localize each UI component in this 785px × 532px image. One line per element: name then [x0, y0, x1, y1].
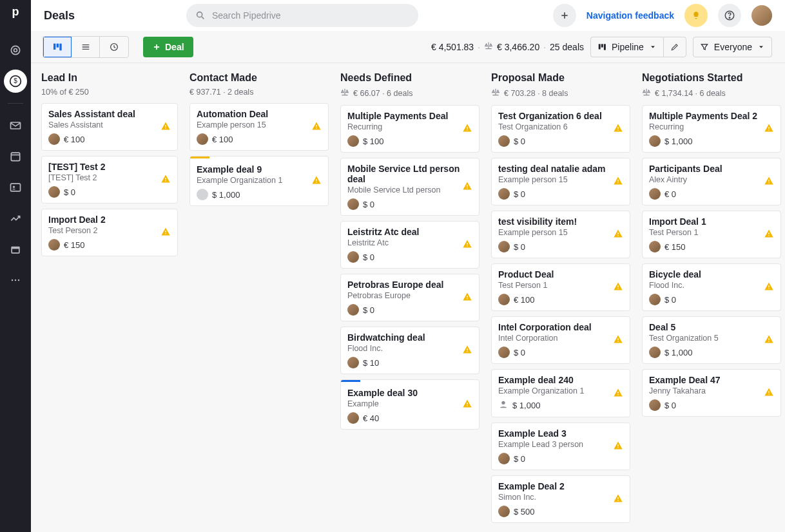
- owner-avatar: [347, 412, 359, 424]
- deal-card[interactable]: Birdwatching dealFlood Inc.$ 10: [340, 327, 480, 374]
- deal-card[interactable]: Multiple Payments DealRecurring$ 100: [340, 105, 480, 153]
- academy-button[interactable]: [684, 4, 708, 27]
- user-avatar[interactable]: [751, 5, 772, 26]
- owner-avatar: [498, 453, 510, 464]
- search-icon: [195, 10, 206, 23]
- add-deal-button[interactable]: Deal: [143, 37, 193, 57]
- deal-card[interactable]: Example Lead 3Example Lead 3 person$ 0: [491, 423, 630, 470]
- warning-icon: [613, 229, 623, 241]
- deal-card[interactable]: Test Organization 6 dealTest Organizatio…: [491, 105, 630, 153]
- owner-avatar: [498, 294, 510, 305]
- warning-icon: [613, 493, 623, 506]
- logo[interactable]: p: [8, 4, 23, 19]
- card-subtitle: Flood Inc.: [347, 344, 472, 353]
- deal-card[interactable]: Sales Assistant dealSales Assistant€ 100: [41, 103, 178, 151]
- pipeline-selector[interactable]: Pipeline: [590, 37, 663, 57]
- deal-card[interactable]: Import Deal 2Test Person 2€ 150: [41, 209, 178, 256]
- column-title: Proposal Made: [491, 72, 630, 84]
- navigation-feedback-link[interactable]: Navigation feedback: [586, 10, 674, 21]
- deal-card[interactable]: testing deal natalie adamExample person …: [491, 158, 630, 205]
- deal-card[interactable]: Product DealTest Person 1€ 100: [491, 263, 630, 311]
- deal-card[interactable]: Example deal 240Example Organization 1$ …: [491, 369, 630, 417]
- svg-line-15: [202, 17, 204, 19]
- view-kanban-button[interactable]: [43, 37, 72, 57]
- card-title: Multiple Payments Deal: [347, 111, 472, 121]
- card-footer: $ 100: [347, 135, 472, 147]
- nav-insights-icon[interactable]: [4, 207, 27, 230]
- svg-point-8: [13, 186, 15, 188]
- card-amount: $ 1,000: [664, 348, 692, 357]
- view-list-button[interactable]: [72, 37, 100, 57]
- card-subtitle: Alex Aintry: [649, 175, 774, 184]
- svg-point-14: [197, 12, 202, 17]
- deal-card[interactable]: Import Deal 1Test Person 1€ 150: [642, 211, 781, 258]
- deal-card[interactable]: Mobile Service Ltd person dealMobile Ser…: [340, 158, 480, 216]
- nav-contacts-icon[interactable]: [4, 176, 27, 199]
- deal-card[interactable]: Example deal 30Example€ 40: [340, 379, 480, 430]
- card-footer: $ 1,000: [649, 135, 774, 147]
- deal-card[interactable]: Leistritz Atc dealLeistritz Atc$ 0: [340, 221, 480, 269]
- card-title: Test Organization 6 deal: [498, 111, 623, 121]
- owner-avatar: [498, 241, 510, 252]
- nav-products-icon[interactable]: [4, 238, 27, 261]
- owner-avatar: [48, 239, 60, 251]
- owner-avatar: [649, 347, 661, 358]
- card-subtitle: Recurring: [347, 122, 472, 131]
- deal-card[interactable]: Example Deal 47Jenny Takahara$ 0: [642, 369, 781, 417]
- card-title: test visibility item!: [498, 216, 623, 227]
- deal-card[interactable]: Bicycle dealFlood Inc.$ 0: [642, 263, 781, 311]
- card-amount: $ 0: [514, 189, 525, 199]
- warning-icon: [462, 181, 472, 193]
- owner-avatar: [498, 135, 510, 147]
- deal-card[interactable]: Intel Corporation dealIntel Corporation$…: [491, 316, 630, 364]
- deal-card[interactable]: Example Deal 2Simon Inc.$ 500: [491, 475, 630, 523]
- svg-rect-20: [53, 43, 55, 49]
- svg-point-1: [14, 49, 17, 52]
- card-footer: € 100: [197, 133, 322, 145]
- owner-avatar: [347, 251, 359, 263]
- column-subtitle: € 703.28 · 8 deals: [491, 88, 630, 99]
- warning-icon: [160, 174, 171, 186]
- deal-card[interactable]: Automation DealExample person 15€ 100: [189, 103, 329, 151]
- card-amount: $ 10: [363, 358, 379, 368]
- nav-calendar-icon[interactable]: [4, 145, 27, 168]
- nav-more-icon[interactable]: [4, 269, 27, 292]
- column-subtitle: € 1,734.14 · 6 deals: [642, 88, 781, 99]
- filter-selector[interactable]: Everyone: [693, 37, 772, 57]
- deal-card[interactable]: Example deal 9Example Organization 1$ 1,…: [189, 156, 329, 206]
- search-input[interactable]: [186, 4, 418, 27]
- deal-card[interactable]: test visibility item!Example person 15$ …: [491, 211, 630, 258]
- card-footer: $ 10: [347, 357, 472, 368]
- owner-avatar: [498, 347, 510, 358]
- nav-mail-icon[interactable]: [4, 114, 27, 137]
- warning-icon: [613, 441, 623, 453]
- owner-avatar: [347, 357, 359, 368]
- card-title: Example Lead 3: [498, 428, 623, 439]
- nav-leads-icon[interactable]: [4, 39, 27, 62]
- owner-avatar: [498, 188, 510, 200]
- nav-deals-icon[interactable]: $: [4, 70, 27, 93]
- help-button[interactable]: [718, 4, 741, 27]
- card-amount: € 150: [664, 242, 686, 252]
- page-title: Deals: [44, 9, 75, 23]
- warning-icon: [613, 387, 623, 399]
- owner-avatar: [649, 188, 661, 200]
- view-forecast-button[interactable]: [100, 37, 128, 57]
- card-footer: $ 1,000: [197, 189, 322, 200]
- owner-avatar: [649, 135, 661, 147]
- card-title: Bicycle deal: [649, 269, 774, 280]
- warning-icon: [764, 334, 774, 347]
- deal-card[interactable]: Multiple Payments Deal 2Recurring$ 1,000: [642, 105, 781, 153]
- card-title: Birdwatching deal: [347, 332, 472, 343]
- deal-card[interactable]: [TEST] Test 2[TEST] Test 2$ 0: [41, 156, 178, 204]
- card-title: Leistritz Atc deal: [347, 227, 472, 237]
- deal-card[interactable]: Petrobras Europe dealPetrobras Europe$ 0: [340, 274, 480, 321]
- edit-pipeline-button[interactable]: [663, 37, 686, 57]
- deal-card[interactable]: Deal 5Test Organization 5$ 1,000: [642, 316, 781, 364]
- card-subtitle: Jenny Takahara: [649, 386, 774, 395]
- deal-card[interactable]: Participants DealAlex Aintry€ 0: [642, 158, 781, 205]
- quick-add-button[interactable]: [553, 4, 576, 27]
- svg-rect-22: [59, 43, 61, 50]
- pipeline-column: Lead In10% of € 250Sales Assistant dealS…: [31, 63, 182, 532]
- warning-icon: [462, 292, 472, 304]
